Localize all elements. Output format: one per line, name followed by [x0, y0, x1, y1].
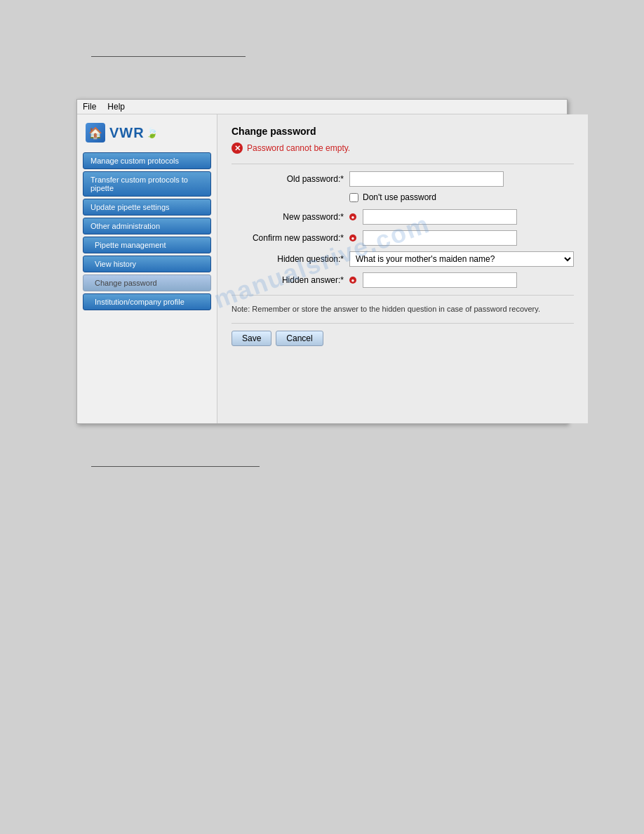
hidden-question-select[interactable]: What is your mother's maiden name? What …	[349, 251, 574, 267]
other-admin-button[interactable]: Other administration	[83, 218, 211, 234]
confirm-password-row: Confirm new password:* ●	[232, 230, 574, 246]
institution-profile-button[interactable]: Institution/company profile	[83, 293, 211, 310]
app-window: File Help 🏠 VWR🍃 Manage custom protocols…	[76, 99, 568, 424]
new-password-error-dot: ●	[349, 213, 356, 220]
old-password-input[interactable]	[349, 171, 504, 187]
dont-use-password-row: Don't use password	[349, 192, 574, 202]
button-row: Save Cancel	[232, 331, 574, 346]
new-password-input[interactable]	[363, 209, 517, 225]
dont-use-password-checkbox[interactable]	[349, 193, 358, 202]
home-icon[interactable]: 🏠	[86, 123, 105, 143]
hidden-answer-input[interactable]	[363, 272, 517, 288]
bottom-line	[91, 466, 260, 467]
top-line	[91, 56, 246, 57]
view-history-button[interactable]: View history	[83, 256, 211, 272]
cancel-button[interactable]: Cancel	[276, 331, 323, 346]
hidden-answer-row: Hidden answer:* ●	[232, 272, 574, 288]
divider-bottom	[232, 323, 574, 324]
pipette-management-button[interactable]: Pipette management	[83, 237, 211, 253]
old-password-row: Old password:*	[232, 171, 574, 187]
sidebar: 🏠 VWR🍃 Manage custom protocols Transfer …	[77, 114, 217, 423]
app-wrapper: File Help 🏠 VWR🍃 Manage custom protocols…	[76, 99, 568, 424]
menu-file[interactable]: File	[83, 102, 96, 112]
new-password-label: New password:*	[232, 212, 344, 222]
confirm-password-error-dot: ●	[349, 234, 356, 241]
error-text: Password cannot be empty.	[247, 143, 350, 153]
sidebar-logo: 🏠 VWR🍃	[83, 120, 211, 145]
confirm-password-label: Confirm new password:*	[232, 233, 344, 243]
note-text: Note: Remember or store the answer to th…	[232, 304, 574, 315]
change-password-button[interactable]: Change password	[83, 274, 211, 291]
app-body: 🏠 VWR🍃 Manage custom protocols Transfer …	[77, 114, 567, 423]
error-icon: ✕	[232, 143, 243, 154]
vwr-logo: VWR🍃	[109, 125, 159, 141]
divider-mid	[232, 295, 574, 296]
main-content: Change password ✕ Password cannot be emp…	[217, 114, 588, 423]
menu-bar: File Help	[77, 100, 567, 114]
hidden-question-row: Hidden question:* What is your mother's …	[232, 251, 574, 267]
hidden-answer-label: Hidden answer:*	[232, 275, 344, 285]
new-password-row: New password:* ●	[232, 209, 574, 225]
old-password-label: Old password:*	[232, 174, 344, 184]
hidden-answer-error-dot: ●	[349, 277, 356, 284]
manage-protocols-button[interactable]: Manage custom protocols	[83, 152, 211, 169]
hidden-question-label: Hidden question:*	[232, 254, 344, 264]
page-title: Change password	[232, 126, 574, 137]
save-button[interactable]: Save	[232, 331, 271, 346]
update-settings-button[interactable]: Update pipette settings	[83, 199, 211, 216]
confirm-password-input[interactable]	[363, 230, 517, 246]
dont-use-password-label: Don't use password	[363, 192, 436, 202]
transfer-protocols-button[interactable]: Transfer custom protocols to pipette	[83, 171, 211, 197]
error-banner: ✕ Password cannot be empty.	[232, 143, 574, 154]
menu-help[interactable]: Help	[107, 102, 125, 112]
divider-top	[232, 164, 574, 164]
vwr-leaf-icon: 🍃	[146, 127, 159, 138]
